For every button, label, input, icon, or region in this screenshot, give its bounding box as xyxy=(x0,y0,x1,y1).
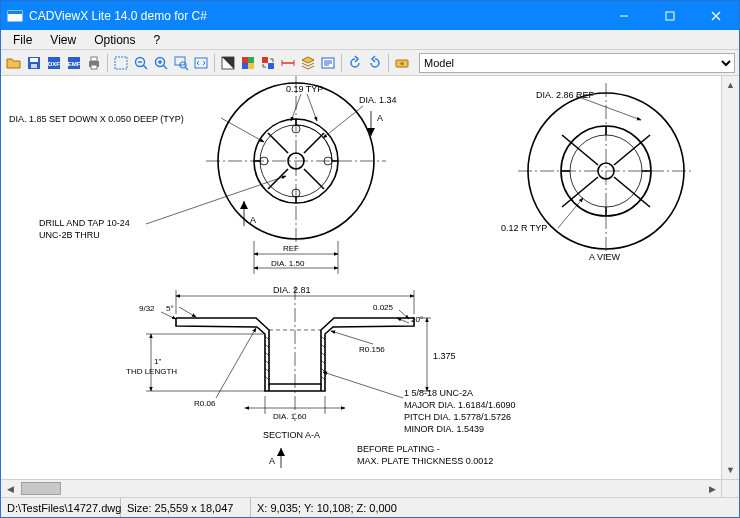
svg-text:UNC-2B THRU: UNC-2B THRU xyxy=(39,230,100,240)
scroll-thumb[interactable] xyxy=(21,482,61,495)
svg-line-88 xyxy=(562,135,598,165)
rotate-right-icon[interactable] xyxy=(366,53,384,73)
drawing-canvas[interactable]: A A DIA. 1.85 SET DOWN X 0.050 DEEP (TYP… xyxy=(1,76,721,479)
svg-rect-3 xyxy=(666,12,674,20)
svg-text:R0.06: R0.06 xyxy=(194,399,216,408)
svg-line-72 xyxy=(307,94,317,121)
svg-line-74 xyxy=(323,106,363,138)
rotate-left-icon[interactable] xyxy=(346,53,364,73)
svg-text:DIA. 1.60: DIA. 1.60 xyxy=(273,412,307,421)
scroll-up-icon[interactable]: ▲ xyxy=(722,76,739,94)
menu-options[interactable]: Options xyxy=(86,31,143,49)
svg-text:MINOR DIA. 1.5439: MINOR DIA. 1.5439 xyxy=(404,424,484,434)
svg-rect-30 xyxy=(248,57,254,63)
layout-select-dropdown[interactable]: Model xyxy=(419,53,735,73)
svg-text:1": 1" xyxy=(154,357,161,366)
scroll-right-icon[interactable]: ▶ xyxy=(703,480,721,497)
zoom-out-icon[interactable] xyxy=(132,53,150,73)
select-icon[interactable] xyxy=(112,53,130,73)
svg-rect-7 xyxy=(30,58,38,62)
svg-point-43 xyxy=(401,62,404,65)
save-emf-icon[interactable]: EMF xyxy=(65,53,83,73)
print-icon[interactable] xyxy=(85,53,103,73)
color-mode-icon[interactable] xyxy=(239,53,257,73)
window-title: CADViewX Lite 14.0 demo for C# xyxy=(29,9,601,23)
drawing-viewport[interactable]: A A DIA. 1.85 SET DOWN X 0.050 DEEP (TYP… xyxy=(1,76,739,497)
scroll-down-icon[interactable]: ▼ xyxy=(722,461,739,479)
texts-icon[interactable] xyxy=(319,53,337,73)
svg-line-90 xyxy=(562,177,598,207)
status-bar: D:\TestFiles\14727.dwg Size: 25,559 x 18… xyxy=(1,497,739,517)
svg-text:DXF: DXF xyxy=(48,61,60,67)
svg-text:5°: 5° xyxy=(166,304,174,313)
svg-line-57 xyxy=(304,133,324,153)
svg-rect-31 xyxy=(242,63,248,69)
zoom-in-icon[interactable] xyxy=(152,53,170,73)
status-cursor: X: 9,035; Y: 10,108; Z: 0,000 xyxy=(251,498,739,517)
svg-text:DIA. 1.50: DIA. 1.50 xyxy=(271,259,305,268)
svg-rect-29 xyxy=(242,57,248,63)
svg-rect-27 xyxy=(195,58,207,68)
maximize-button[interactable] xyxy=(647,1,693,30)
svg-text:1.375: 1.375 xyxy=(433,351,456,361)
swap-color-icon[interactable] xyxy=(259,53,277,73)
save-icon[interactable] xyxy=(25,53,43,73)
save-dxf-icon[interactable]: DXF xyxy=(45,53,63,73)
svg-line-134 xyxy=(179,307,196,317)
toolbar-separator xyxy=(107,54,108,72)
menu-file[interactable]: File xyxy=(5,31,40,49)
layout-select[interactable]: Model xyxy=(419,53,735,73)
svg-text:DIA. 2.81: DIA. 2.81 xyxy=(273,285,311,295)
svg-text:PITCH DIA. 1.5778/1.5726: PITCH DIA. 1.5778/1.5726 xyxy=(404,412,511,422)
scroll-corner xyxy=(721,479,739,497)
svg-line-56 xyxy=(268,133,288,153)
svg-text:A VIEW: A VIEW xyxy=(589,252,621,262)
fit-icon[interactable] xyxy=(192,53,210,73)
horizontal-scrollbar[interactable]: ◀ ▶ xyxy=(1,479,721,497)
svg-rect-34 xyxy=(268,63,274,69)
svg-text:0.025: 0.025 xyxy=(373,303,394,312)
close-button[interactable] xyxy=(693,1,739,30)
menu-bar: File View Options ? xyxy=(1,30,739,50)
open-icon[interactable] xyxy=(5,53,23,73)
app-icon xyxy=(7,8,23,24)
svg-text:THD LENGTH: THD LENGTH xyxy=(126,367,177,376)
toolbar-separator xyxy=(341,54,342,72)
svg-text:BEFORE PLATING -: BEFORE PLATING - xyxy=(357,444,440,454)
svg-line-89 xyxy=(614,135,650,165)
layers-icon[interactable] xyxy=(299,53,317,73)
svg-text:REF: REF xyxy=(283,244,299,253)
svg-text:0.19 TYP: 0.19 TYP xyxy=(286,84,323,94)
svg-rect-32 xyxy=(248,63,254,69)
svg-rect-1 xyxy=(8,11,22,14)
svg-line-59 xyxy=(304,169,324,189)
svg-line-98 xyxy=(558,198,583,228)
svg-text:0.12 R TYP: 0.12 R TYP xyxy=(501,223,547,233)
toolbar: DXF EMF Model xyxy=(1,50,739,76)
svg-text:DRILL AND TAP 10-24: DRILL AND TAP 10-24 xyxy=(39,218,130,228)
minimize-button[interactable] xyxy=(601,1,647,30)
svg-text:A: A xyxy=(377,113,383,123)
svg-line-132 xyxy=(161,312,176,319)
svg-text:MAJOR DIA. 1.6184/1.6090: MAJOR DIA. 1.6184/1.6090 xyxy=(404,400,516,410)
svg-line-21 xyxy=(163,65,167,69)
menu-view[interactable]: View xyxy=(42,31,84,49)
scroll-left-icon[interactable]: ◀ xyxy=(1,480,19,497)
svg-text:MAX. PLATE THICKNESS 0.0012: MAX. PLATE THICKNESS 0.0012 xyxy=(357,456,493,466)
toolbar-separator xyxy=(388,54,389,72)
register-icon[interactable] xyxy=(393,53,411,73)
svg-text:DIA. 1.34: DIA. 1.34 xyxy=(359,95,397,105)
svg-rect-14 xyxy=(91,57,97,61)
title-bar: CADViewX Lite 14.0 demo for C# xyxy=(1,1,739,30)
status-size: Size: 25,559 x 18,047 xyxy=(121,498,251,517)
svg-line-129 xyxy=(331,331,373,344)
vertical-scrollbar[interactable]: ▲ ▼ xyxy=(721,76,739,479)
status-file-path: D:\TestFiles\14727.dwg xyxy=(1,498,121,517)
zoom-window-icon[interactable] xyxy=(172,53,190,73)
svg-rect-8 xyxy=(31,64,37,68)
svg-line-68 xyxy=(146,176,286,224)
menu-help[interactable]: ? xyxy=(146,31,169,49)
dim-icon[interactable] xyxy=(279,53,297,73)
black-white-icon[interactable] xyxy=(219,53,237,73)
svg-line-66 xyxy=(221,118,264,142)
